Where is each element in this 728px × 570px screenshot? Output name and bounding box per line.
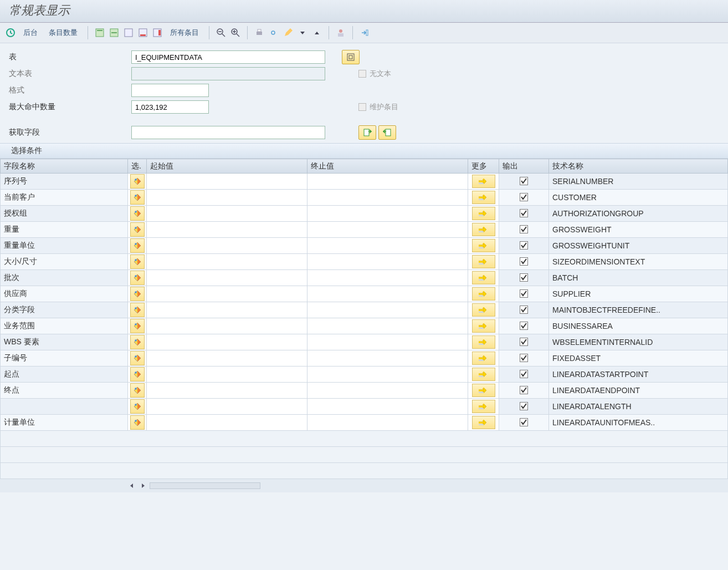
dropdown-arrow-icon[interactable]	[296, 27, 309, 39]
horizontal-scrollbar[interactable]	[0, 479, 728, 492]
col-more[interactable]: 更多	[468, 159, 499, 174]
selection-option-button[interactable]	[130, 335, 145, 349]
end-value-input[interactable]	[307, 302, 468, 318]
end-value-input[interactable]	[307, 270, 468, 286]
more-button[interactable]	[472, 287, 495, 301]
start-value-input[interactable]	[147, 286, 307, 302]
all-entries-button[interactable]: 所有条目	[166, 27, 203, 39]
export-icon[interactable]	[358, 27, 371, 39]
format-input[interactable]	[131, 84, 209, 97]
output-checkbox[interactable]	[520, 257, 528, 266]
selection-option-button[interactable]	[130, 303, 145, 317]
entry-count-button[interactable]: 条目数量	[44, 27, 82, 39]
output-checkbox[interactable]	[520, 209, 528, 217]
end-value-input[interactable]	[307, 190, 468, 206]
output-checkbox[interactable]	[520, 402, 528, 410]
selection-option-button[interactable]	[130, 399, 145, 414]
grid-icon-3[interactable]	[122, 27, 135, 39]
end-value-input[interactable]	[307, 286, 468, 302]
output-checkbox[interactable]	[520, 177, 528, 185]
more-button[interactable]	[472, 175, 495, 188]
get-fields-btn-1[interactable]	[358, 125, 376, 140]
more-button[interactable]	[472, 416, 495, 429]
scroll-right-icon[interactable]	[139, 481, 147, 490]
more-button[interactable]	[472, 271, 495, 284]
grid-icon-4[interactable]	[137, 27, 149, 39]
selection-option-button[interactable]	[130, 174, 145, 189]
get-fields-btn-2[interactable]	[378, 125, 396, 140]
start-value-input[interactable]	[147, 302, 307, 318]
selection-option-button[interactable]	[130, 190, 145, 205]
more-button[interactable]	[472, 191, 495, 204]
background-button[interactable]: 后台	[19, 27, 42, 39]
grid-icon-2[interactable]	[108, 27, 120, 39]
start-value-input[interactable]	[147, 222, 307, 238]
more-button[interactable]	[472, 368, 495, 381]
more-button[interactable]	[472, 255, 495, 268]
output-checkbox[interactable]	[520, 386, 528, 394]
start-value-input[interactable]	[147, 415, 307, 431]
more-button[interactable]	[472, 303, 495, 317]
selection-option-button[interactable]	[130, 271, 145, 285]
more-button[interactable]	[472, 335, 495, 349]
execute-icon[interactable]	[4, 27, 17, 39]
start-value-input[interactable]	[147, 383, 307, 399]
end-value-input[interactable]	[307, 254, 468, 270]
edit-icon[interactable]	[282, 27, 294, 39]
end-value-input[interactable]	[307, 334, 468, 350]
output-checkbox[interactable]	[520, 370, 528, 378]
output-checkbox[interactable]	[520, 418, 528, 426]
start-value-input[interactable]	[147, 350, 307, 367]
col-end-value[interactable]: 终止值	[307, 159, 468, 174]
start-value-input[interactable]	[147, 367, 307, 383]
max-hits-input[interactable]	[131, 100, 209, 114]
selection-option-button[interactable]	[130, 351, 145, 365]
end-value-input[interactable]	[307, 415, 468, 431]
start-value-input[interactable]	[147, 334, 307, 350]
start-value-input[interactable]	[147, 399, 307, 415]
col-output[interactable]: 输出	[499, 159, 549, 174]
selection-option-button[interactable]	[130, 415, 145, 430]
selection-option-button[interactable]	[130, 287, 145, 301]
start-value-input[interactable]	[147, 254, 307, 270]
user-settings-icon[interactable]	[335, 27, 347, 39]
output-checkbox[interactable]	[520, 225, 528, 233]
start-value-input[interactable]	[147, 190, 307, 206]
selection-option-button[interactable]	[130, 206, 145, 221]
start-value-input[interactable]	[147, 318, 307, 334]
selection-option-button[interactable]	[130, 319, 145, 333]
end-value-input[interactable]	[307, 318, 468, 334]
zoom-in-icon[interactable]	[229, 27, 242, 39]
end-value-input[interactable]	[307, 174, 468, 190]
more-button[interactable]	[472, 384, 495, 397]
more-button[interactable]	[472, 319, 495, 333]
zoom-out-icon[interactable]	[215, 27, 227, 39]
table-search-button[interactable]	[342, 50, 360, 64]
more-button[interactable]	[472, 400, 495, 413]
start-value-input[interactable]	[147, 270, 307, 286]
more-button[interactable]	[472, 352, 495, 365]
output-checkbox[interactable]	[520, 273, 528, 282]
up-arrow-icon[interactable]	[311, 27, 323, 39]
end-value-input[interactable]	[307, 399, 468, 415]
col-tech-name[interactable]: 技术名称	[549, 159, 728, 174]
selection-option-button[interactable]	[130, 367, 145, 381]
col-start-value[interactable]: 起始值	[147, 159, 307, 174]
output-checkbox[interactable]	[520, 322, 528, 330]
selection-option-button[interactable]	[130, 222, 145, 237]
col-field-name[interactable]: 字段名称	[1, 159, 128, 174]
start-value-input[interactable]	[147, 174, 307, 190]
link-icon[interactable]	[268, 27, 280, 39]
end-value-input[interactable]	[307, 238, 468, 254]
end-value-input[interactable]	[307, 367, 468, 383]
scroll-left-icon[interactable]	[127, 481, 136, 490]
more-button[interactable]	[472, 223, 495, 236]
output-checkbox[interactable]	[520, 338, 528, 346]
output-checkbox[interactable]	[520, 354, 528, 362]
start-value-input[interactable]	[147, 238, 307, 254]
output-checkbox[interactable]	[520, 306, 528, 314]
end-value-input[interactable]	[307, 206, 468, 222]
grid-icon-5[interactable]	[151, 27, 163, 39]
get-fields-input[interactable]	[131, 126, 325, 139]
end-value-input[interactable]	[307, 222, 468, 238]
